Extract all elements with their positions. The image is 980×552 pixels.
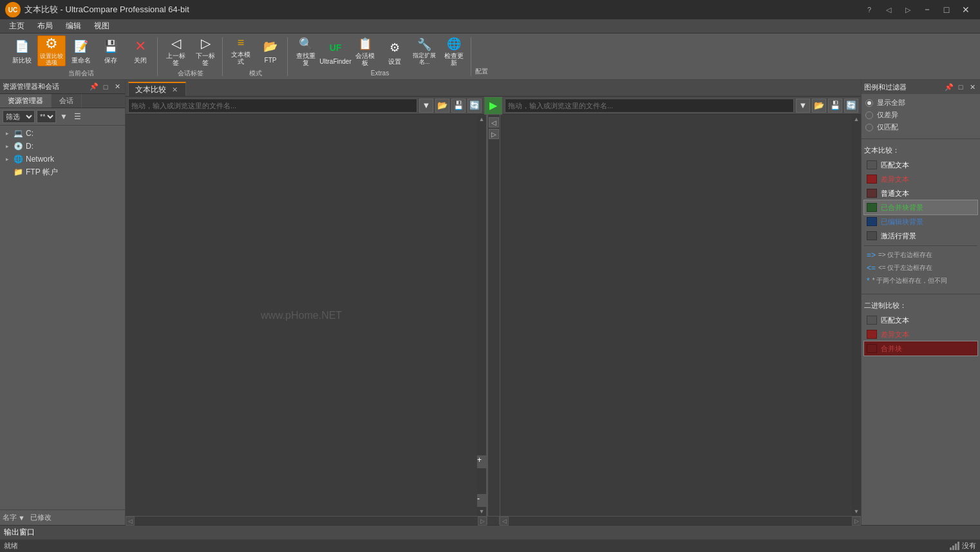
left-scroll-up[interactable]: ▲ (477, 115, 486, 124)
filter-select2[interactable]: ** (37, 110, 56, 123)
expand-c[interactable]: ▸ (3, 129, 12, 138)
right-refresh-btn[interactable]: 🔄 (844, 99, 858, 113)
text-compare-tab[interactable]: 文本比较 ✕ (128, 82, 186, 96)
ftp-button[interactable]: 📂 FTP (256, 35, 285, 66)
ultrafinder-icon: UF (326, 39, 344, 57)
legend-bin-match[interactable]: 匹配文本 (864, 313, 977, 327)
ultrafinder-button[interactable]: UF UltraFinder (321, 36, 350, 67)
config-button[interactable]: ⚙ 设置 (381, 36, 409, 67)
right-scroll-track[interactable] (852, 124, 861, 507)
filter-icon[interactable]: ▼ (58, 111, 70, 122)
left-mini-btn2[interactable]: - (477, 494, 486, 507)
menu-home[interactable]: 主页 (3, 19, 31, 33)
left-h-scroll-left[interactable]: ◁ (126, 517, 135, 526)
panel-float-button[interactable]: □ (100, 82, 111, 92)
tab-close-button[interactable]: ✕ (170, 85, 179, 94)
right-dropdown-btn[interactable]: ▼ (796, 99, 810, 113)
menu-layout[interactable]: 布局 (31, 19, 59, 33)
tree-item-d[interactable]: ▸ 💿 D: (0, 140, 125, 153)
left-scroll-down[interactable]: ▼ (477, 507, 486, 516)
menu-view[interactable]: 视图 (88, 19, 116, 33)
compare-panes: www.pHome.NET ▲ + - ▼ ◁ ▷ (126, 115, 861, 516)
tree-item-network[interactable]: ▸ 🌐 Network (0, 153, 125, 166)
settings-button[interactable]: ⚙ 设置比较选项 (37, 35, 66, 66)
left-mini-btn1[interactable]: + (477, 455, 486, 468)
left-savefolder-btn[interactable]: 💾 (451, 99, 466, 113)
legend-edit-bg[interactable]: 已编辑块背景 (864, 214, 977, 229)
prev-tab-button[interactable]: ◁ 上一标签 (162, 35, 190, 66)
drive-c-icon: 💻 (13, 128, 23, 138)
rename-button[interactable]: 📝 重命名 (67, 35, 95, 66)
help-btn[interactable]: ? (860, 3, 878, 17)
right-file-input-wrap: ▼ 📂 💾 🔄 (502, 99, 861, 113)
left-folder-btn[interactable]: 📂 (435, 99, 449, 113)
legend-right-only[interactable]: => => 仅于右边框存在 (864, 249, 977, 262)
tree-item-ftp[interactable]: ▸ 📁 FTP 帐户 (0, 166, 125, 178)
text-mode-button[interactable]: ≡ 文本模式 (227, 35, 255, 66)
expand-network[interactable]: ▸ (3, 155, 12, 164)
menu-edit[interactable]: 编辑 (59, 19, 88, 33)
right-folder-btn[interactable]: 📂 (812, 99, 826, 113)
legend-both-diff[interactable]: * * 于两个边框存在，但不同 (864, 274, 977, 287)
panel-pin-button[interactable]: 📌 (89, 82, 99, 92)
match-only-radio[interactable] (865, 124, 873, 131)
diff-only-option[interactable]: 仅差异 (865, 110, 976, 120)
match-only-option[interactable]: 仅匹配 (865, 122, 976, 132)
right-file-input[interactable] (505, 99, 794, 113)
left-file-input[interactable] (128, 99, 417, 113)
right-panel-pin[interactable]: 📌 (944, 82, 954, 92)
maximize-button[interactable]: □ (938, 3, 956, 17)
sessions-template-button[interactable]: 📋 会活模板 (351, 36, 379, 67)
center-nav-btn1[interactable]: ◁ (489, 117, 499, 128)
right-h-scroll-right[interactable]: ▷ (852, 517, 861, 526)
nav-back-btn[interactable]: ◁ (880, 3, 898, 17)
save-button[interactable]: 💾 保存 (97, 35, 125, 66)
compare-play-btn[interactable]: ▶ (484, 97, 502, 115)
title-bar-left: UC 文本比较 - UltraCompare Professional 64-b… (5, 2, 189, 17)
center-nav-btn2[interactable]: ▷ (489, 129, 499, 139)
expand-d[interactable]: ▸ (3, 142, 12, 151)
session-group-label: 当前会话 (68, 69, 94, 78)
left-dropdown-btn[interactable]: ▼ (419, 99, 433, 113)
diff-only-radio[interactable] (865, 111, 873, 119)
file-tree: ▸ 💻 C: ▸ 💿 D: ▸ 🌐 Network ▸ 📁 FTP 帐户 (0, 126, 125, 509)
next-tab-button[interactable]: ▷ 下一标签 (191, 35, 220, 66)
legend-bin-diff[interactable]: 差异文本 (864, 327, 977, 341)
tab-sessions[interactable]: 会话 (52, 94, 82, 108)
right-h-track[interactable] (509, 517, 852, 525)
minimize-button[interactable]: － (918, 3, 936, 17)
left-scroll-track[interactable] (477, 124, 486, 455)
legend-inactive-bg[interactable]: 激活行背景 (864, 229, 977, 243)
left-h-scroll-right[interactable]: ▷ (478, 517, 487, 526)
panel-close-button[interactable]: ✕ (112, 82, 122, 92)
tree-item-c[interactable]: ▸ 💻 C: (0, 127, 125, 140)
legend-normal-text[interactable]: 普通文本 (864, 186, 977, 200)
nav-forward-btn[interactable]: ▷ (899, 3, 917, 17)
left-h-track[interactable] (135, 517, 478, 525)
legend-match-text[interactable]: 匹配文本 (864, 158, 977, 172)
updates-button[interactable]: 🌐 检查更新 (440, 36, 468, 67)
show-all-option[interactable]: 显示全部 (865, 98, 976, 108)
new-compare-button[interactable]: 📄 新比较 (8, 35, 36, 66)
right-scroll-down[interactable]: ▼ (852, 507, 861, 516)
right-panel-float[interactable]: □ (956, 82, 966, 92)
sort-by-name[interactable]: 名字 ▼ (3, 513, 25, 522)
right-savefolder-btn[interactable]: 💾 (828, 99, 842, 113)
right-panel-close[interactable]: ✕ (967, 82, 977, 92)
find-dup-button[interactable]: 🔍 查找重复 (292, 36, 320, 67)
close-button[interactable]: ✕ (957, 3, 975, 17)
panel-footer: 名字 ▼ 已修改 (0, 509, 125, 525)
left-refresh-btn[interactable]: 🔄 (467, 99, 482, 113)
filter-select[interactable]: 筛选 (3, 110, 35, 123)
right-h-scroll-left[interactable]: ◁ (500, 517, 509, 526)
right-scroll-up[interactable]: ▲ (852, 115, 861, 124)
show-all-radio[interactable] (865, 99, 873, 107)
legend-bin-merge[interactable]: 合并块 (864, 341, 977, 356)
legend-merge-bg[interactable]: 已合并块背景 (864, 200, 977, 214)
legend-left-only[interactable]: <= <= 仅于左边框存在 (864, 262, 977, 274)
legend-diff-text[interactable]: 差异文本 (864, 172, 977, 186)
close-session-button[interactable]: ✕ 关闭 (126, 35, 155, 66)
view-toggle-btn[interactable]: ☰ (71, 111, 83, 122)
plugins-button[interactable]: 🔧 指定扩展名... (410, 36, 438, 67)
tab-resource-manager[interactable]: 资源管理器 (0, 94, 52, 108)
